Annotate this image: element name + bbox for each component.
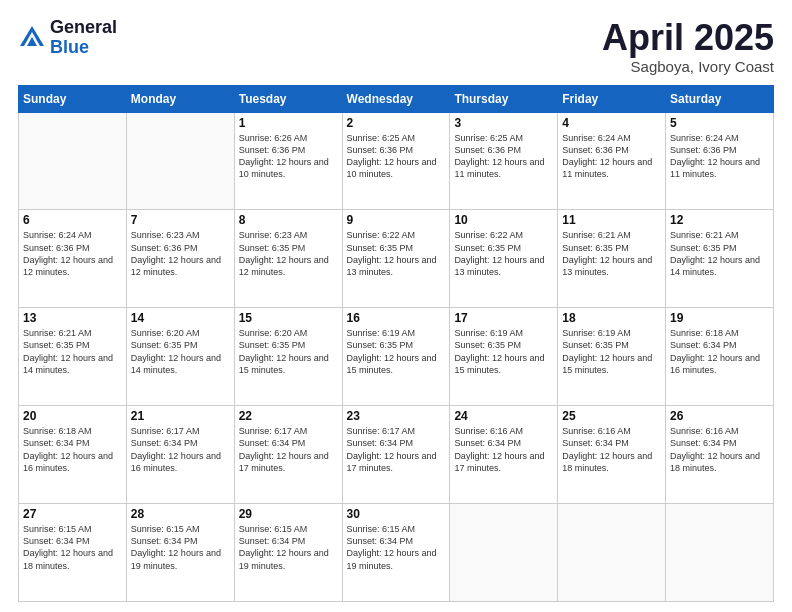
day-info: Sunrise: 6:21 AMSunset: 6:35 PMDaylight:… <box>562 229 661 278</box>
day-info: Sunrise: 6:20 AMSunset: 6:35 PMDaylight:… <box>131 327 230 376</box>
calendar-table: Sunday Monday Tuesday Wednesday Thursday… <box>18 85 774 602</box>
table-row: 3Sunrise: 6:25 AMSunset: 6:36 PMDaylight… <box>450 112 558 210</box>
day-number: 25 <box>562 409 661 423</box>
day-number: 21 <box>131 409 230 423</box>
table-row: 10Sunrise: 6:22 AMSunset: 6:35 PMDayligh… <box>450 210 558 308</box>
day-info: Sunrise: 6:24 AMSunset: 6:36 PMDaylight:… <box>562 132 661 181</box>
calendar-header-row: Sunday Monday Tuesday Wednesday Thursday… <box>19 85 774 112</box>
table-row: 11Sunrise: 6:21 AMSunset: 6:35 PMDayligh… <box>558 210 666 308</box>
day-number: 14 <box>131 311 230 325</box>
day-info: Sunrise: 6:15 AMSunset: 6:34 PMDaylight:… <box>239 523 338 572</box>
table-row: 25Sunrise: 6:16 AMSunset: 6:34 PMDayligh… <box>558 406 666 504</box>
day-number: 15 <box>239 311 338 325</box>
logo: General Blue <box>18 18 117 58</box>
day-number: 24 <box>454 409 553 423</box>
day-number: 19 <box>670 311 769 325</box>
col-monday: Monday <box>126 85 234 112</box>
day-number: 12 <box>670 213 769 227</box>
day-info: Sunrise: 6:15 AMSunset: 6:34 PMDaylight:… <box>23 523 122 572</box>
table-row: 13Sunrise: 6:21 AMSunset: 6:35 PMDayligh… <box>19 308 127 406</box>
day-info: Sunrise: 6:15 AMSunset: 6:34 PMDaylight:… <box>131 523 230 572</box>
table-row: 7Sunrise: 6:23 AMSunset: 6:36 PMDaylight… <box>126 210 234 308</box>
logo-general: General <box>50 18 117 38</box>
table-row: 19Sunrise: 6:18 AMSunset: 6:34 PMDayligh… <box>666 308 774 406</box>
day-info: Sunrise: 6:22 AMSunset: 6:35 PMDaylight:… <box>347 229 446 278</box>
day-number: 8 <box>239 213 338 227</box>
calendar-week-row: 27Sunrise: 6:15 AMSunset: 6:34 PMDayligh… <box>19 504 774 602</box>
table-row <box>19 112 127 210</box>
day-number: 20 <box>23 409 122 423</box>
table-row: 30Sunrise: 6:15 AMSunset: 6:34 PMDayligh… <box>342 504 450 602</box>
day-number: 3 <box>454 116 553 130</box>
day-info: Sunrise: 6:24 AMSunset: 6:36 PMDaylight:… <box>23 229 122 278</box>
calendar-week-row: 20Sunrise: 6:18 AMSunset: 6:34 PMDayligh… <box>19 406 774 504</box>
day-number: 28 <box>131 507 230 521</box>
table-row: 27Sunrise: 6:15 AMSunset: 6:34 PMDayligh… <box>19 504 127 602</box>
table-row: 6Sunrise: 6:24 AMSunset: 6:36 PMDaylight… <box>19 210 127 308</box>
table-row <box>666 504 774 602</box>
day-number: 17 <box>454 311 553 325</box>
day-info: Sunrise: 6:17 AMSunset: 6:34 PMDaylight:… <box>131 425 230 474</box>
page: General Blue April 2025 Sagboya, Ivory C… <box>0 0 792 612</box>
table-row <box>450 504 558 602</box>
day-info: Sunrise: 6:21 AMSunset: 6:35 PMDaylight:… <box>23 327 122 376</box>
day-number: 7 <box>131 213 230 227</box>
col-saturday: Saturday <box>666 85 774 112</box>
day-number: 2 <box>347 116 446 130</box>
day-number: 16 <box>347 311 446 325</box>
calendar-week-row: 13Sunrise: 6:21 AMSunset: 6:35 PMDayligh… <box>19 308 774 406</box>
table-row: 18Sunrise: 6:19 AMSunset: 6:35 PMDayligh… <box>558 308 666 406</box>
day-info: Sunrise: 6:20 AMSunset: 6:35 PMDaylight:… <box>239 327 338 376</box>
day-number: 10 <box>454 213 553 227</box>
day-info: Sunrise: 6:23 AMSunset: 6:36 PMDaylight:… <box>131 229 230 278</box>
day-number: 4 <box>562 116 661 130</box>
table-row: 8Sunrise: 6:23 AMSunset: 6:35 PMDaylight… <box>234 210 342 308</box>
calendar-week-row: 1Sunrise: 6:26 AMSunset: 6:36 PMDaylight… <box>19 112 774 210</box>
title-block: April 2025 Sagboya, Ivory Coast <box>602 18 774 75</box>
day-info: Sunrise: 6:26 AMSunset: 6:36 PMDaylight:… <box>239 132 338 181</box>
day-number: 1 <box>239 116 338 130</box>
col-sunday: Sunday <box>19 85 127 112</box>
day-info: Sunrise: 6:17 AMSunset: 6:34 PMDaylight:… <box>347 425 446 474</box>
col-wednesday: Wednesday <box>342 85 450 112</box>
logo-icon <box>18 24 46 52</box>
table-row: 23Sunrise: 6:17 AMSunset: 6:34 PMDayligh… <box>342 406 450 504</box>
day-number: 11 <box>562 213 661 227</box>
day-number: 13 <box>23 311 122 325</box>
day-info: Sunrise: 6:25 AMSunset: 6:36 PMDaylight:… <box>347 132 446 181</box>
title-month: April 2025 <box>602 18 774 58</box>
col-thursday: Thursday <box>450 85 558 112</box>
day-number: 26 <box>670 409 769 423</box>
day-info: Sunrise: 6:18 AMSunset: 6:34 PMDaylight:… <box>670 327 769 376</box>
col-friday: Friday <box>558 85 666 112</box>
day-info: Sunrise: 6:16 AMSunset: 6:34 PMDaylight:… <box>670 425 769 474</box>
table-row: 4Sunrise: 6:24 AMSunset: 6:36 PMDaylight… <box>558 112 666 210</box>
table-row: 5Sunrise: 6:24 AMSunset: 6:36 PMDaylight… <box>666 112 774 210</box>
table-row: 14Sunrise: 6:20 AMSunset: 6:35 PMDayligh… <box>126 308 234 406</box>
day-info: Sunrise: 6:25 AMSunset: 6:36 PMDaylight:… <box>454 132 553 181</box>
day-number: 29 <box>239 507 338 521</box>
day-info: Sunrise: 6:16 AMSunset: 6:34 PMDaylight:… <box>454 425 553 474</box>
table-row: 9Sunrise: 6:22 AMSunset: 6:35 PMDaylight… <box>342 210 450 308</box>
table-row: 16Sunrise: 6:19 AMSunset: 6:35 PMDayligh… <box>342 308 450 406</box>
day-number: 6 <box>23 213 122 227</box>
table-row: 17Sunrise: 6:19 AMSunset: 6:35 PMDayligh… <box>450 308 558 406</box>
table-row: 28Sunrise: 6:15 AMSunset: 6:34 PMDayligh… <box>126 504 234 602</box>
day-info: Sunrise: 6:22 AMSunset: 6:35 PMDaylight:… <box>454 229 553 278</box>
table-row: 12Sunrise: 6:21 AMSunset: 6:35 PMDayligh… <box>666 210 774 308</box>
table-row <box>558 504 666 602</box>
day-info: Sunrise: 6:19 AMSunset: 6:35 PMDaylight:… <box>454 327 553 376</box>
col-tuesday: Tuesday <box>234 85 342 112</box>
day-info: Sunrise: 6:24 AMSunset: 6:36 PMDaylight:… <box>670 132 769 181</box>
table-row: 22Sunrise: 6:17 AMSunset: 6:34 PMDayligh… <box>234 406 342 504</box>
day-info: Sunrise: 6:17 AMSunset: 6:34 PMDaylight:… <box>239 425 338 474</box>
logo-blue: Blue <box>50 38 117 58</box>
day-info: Sunrise: 6:19 AMSunset: 6:35 PMDaylight:… <box>347 327 446 376</box>
day-number: 27 <box>23 507 122 521</box>
header: General Blue April 2025 Sagboya, Ivory C… <box>18 18 774 75</box>
table-row: 15Sunrise: 6:20 AMSunset: 6:35 PMDayligh… <box>234 308 342 406</box>
day-number: 30 <box>347 507 446 521</box>
logo-text: General Blue <box>50 18 117 58</box>
table-row: 29Sunrise: 6:15 AMSunset: 6:34 PMDayligh… <box>234 504 342 602</box>
day-info: Sunrise: 6:21 AMSunset: 6:35 PMDaylight:… <box>670 229 769 278</box>
